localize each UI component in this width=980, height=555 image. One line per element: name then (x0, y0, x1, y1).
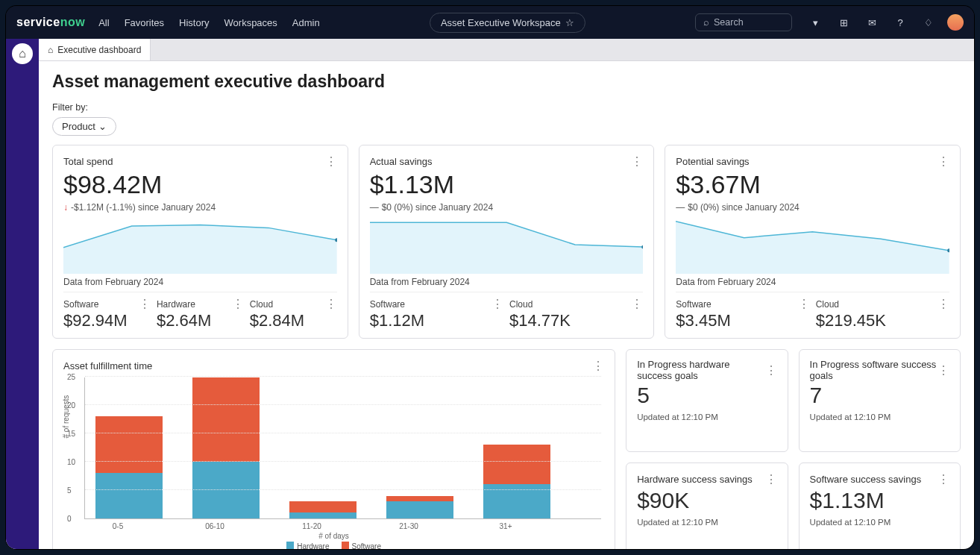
more-icon[interactable]: ⋮ (937, 297, 949, 311)
x-tick: 21-30 (375, 522, 442, 530)
brand-logo: servicenow (16, 16, 85, 29)
card-title: Potential savings (676, 156, 749, 167)
small-card: Software success savings⋮ $1.13M Updated… (799, 462, 961, 549)
asset-fulfillment-card: Asset fulfillment time ⋮ # of requests 0… (52, 349, 615, 549)
breakdown-label: Cloud (509, 299, 533, 310)
more-icon[interactable]: ⋮ (631, 297, 643, 311)
x-tick: 0-5 (84, 522, 151, 530)
tab-executive-dashboard[interactable]: ⌂ Executive dashboard (39, 39, 151, 60)
more-icon[interactable]: ⋮ (765, 472, 777, 486)
tab-bar: ⌂ Executive dashboard (39, 39, 974, 61)
small-footnote: Updated at 12:10 PM (810, 413, 949, 421)
workspace-pill[interactable]: Asset Executive Workspace ☆ (430, 13, 585, 33)
bell-icon[interactable]: ♢ (919, 13, 938, 32)
more-icon[interactable]: ⋮ (232, 297, 244, 311)
breakdown-value: $14.77K (509, 311, 643, 330)
bar-segment-software (386, 496, 453, 502)
more-icon[interactable]: ⋮ (937, 154, 949, 169)
sparkline (676, 216, 949, 274)
breakdown-item: Software⋮ $92.94M (63, 297, 151, 330)
tab-label: Executive dashboard (57, 45, 141, 55)
breakdown-label: Cloud (816, 299, 839, 310)
y-tick: 5 (67, 486, 72, 495)
legend-hardware: Hardware (297, 542, 329, 549)
nav-history[interactable]: History (179, 17, 209, 28)
small-card: In Progress software success goals⋮ 7 Up… (799, 349, 961, 452)
breakdown-value: $219.45K (816, 311, 949, 330)
chat-icon[interactable]: ✉ (862, 13, 882, 32)
more-icon[interactable]: ⋮ (631, 154, 643, 169)
more-icon[interactable]: ⋮ (765, 363, 777, 377)
card-title: Total spend (63, 156, 113, 167)
small-footnote: Updated at 12:10 PM (810, 518, 949, 527)
bar-segment-hardware (386, 501, 453, 518)
more-icon[interactable]: ⋮ (592, 359, 604, 373)
y-tick: 25 (67, 373, 75, 381)
kpi-card: Total spend⋮ $98.42M ↓ -$1.12M (-1.1%) s… (52, 145, 348, 339)
legend-software: Software (352, 542, 381, 549)
arrow-down-icon: ↓ (63, 202, 68, 213)
small-value: 5 (637, 383, 776, 408)
more-icon[interactable]: ⋮ (139, 297, 151, 311)
star-icon[interactable]: ☆ (565, 17, 574, 28)
more-icon[interactable]: ⋮ (937, 472, 949, 486)
kpi-delta: — $0 (0%) since January 2024 (370, 202, 644, 213)
breakdown-label: Hardware (157, 299, 195, 310)
nav-all[interactable]: All (98, 17, 109, 28)
bar-segment-software (95, 416, 163, 473)
y-tick: 0 (67, 515, 72, 523)
breakdown-item: Cloud⋮ $14.77K (509, 297, 643, 330)
card-title: Software success savings (810, 474, 922, 485)
workspace-label: Asset Executive Workspace (441, 17, 561, 28)
bar-column[interactable] (289, 377, 356, 518)
breakdown-label: Cloud (250, 299, 273, 310)
grid-icon[interactable]: ⊞ (834, 13, 853, 32)
breakdown-label: Software (676, 299, 711, 310)
nav-favorites[interactable]: Favorites (125, 17, 164, 28)
bar-column[interactable] (192, 377, 260, 518)
dash-icon: — (676, 202, 685, 213)
dash-icon: — (370, 202, 379, 213)
top-nav: All Favorites History Workspaces Admin (98, 17, 320, 28)
bar-column[interactable] (483, 377, 550, 518)
more-icon[interactable]: ⋮ (325, 154, 337, 169)
filter-value: Product (62, 121, 95, 132)
sparkline (370, 216, 644, 274)
bar-segment-software (289, 501, 356, 512)
page-title: Asset management executive dashboard (52, 72, 961, 92)
more-icon[interactable]: ⋮ (325, 297, 337, 311)
x-axis-label: # of days (63, 532, 604, 540)
kpi-card: Actual savings⋮ $1.13M — $0 (0%) since J… (359, 145, 655, 339)
breakdown-value: $2.84M (250, 311, 337, 330)
kpi-footnote: Data from February 2024 (370, 277, 644, 287)
bar-column[interactable] (386, 377, 453, 518)
more-icon[interactable]: ⋮ (937, 363, 949, 377)
breakdown-item: Software⋮ $1.12M (370, 297, 503, 330)
card-title: Hardware success savings (637, 474, 753, 485)
home-icon[interactable]: ⌂ (12, 43, 33, 64)
filter-product[interactable]: Product ⌄ (52, 117, 116, 136)
legend: Hardware Software (63, 542, 604, 549)
nav-workspaces[interactable]: Workspaces (224, 17, 277, 28)
help-icon[interactable]: ? (891, 13, 910, 32)
breakdown-label: Software (63, 299, 98, 310)
more-icon[interactable]: ⋮ (798, 297, 810, 311)
search-input[interactable]: ⌕ Search (695, 13, 792, 31)
x-tick: 31+ (472, 522, 539, 530)
more-icon[interactable]: ⋮ (491, 297, 503, 311)
nav-admin[interactable]: Admin (292, 17, 320, 28)
kpi-footnote: Data from February 2024 (63, 277, 337, 287)
bar-column[interactable] (95, 377, 163, 518)
card-title: In Progress hardware success goals (637, 359, 764, 381)
chevron-down-icon: ⌄ (98, 121, 107, 132)
avatar[interactable] (947, 14, 964, 31)
sparkline (63, 216, 337, 274)
y-tick: 15 (67, 430, 75, 438)
x-tick: 11-20 (278, 522, 345, 530)
top-bar: servicenow All Favorites History Workspa… (6, 6, 974, 39)
y-tick: 10 (67, 458, 75, 466)
dropdown-button[interactable]: ▾ (805, 13, 825, 32)
bar-segment-software (483, 445, 550, 484)
breakdown-label: Software (370, 299, 405, 310)
x-tick: 06-10 (181, 522, 248, 530)
